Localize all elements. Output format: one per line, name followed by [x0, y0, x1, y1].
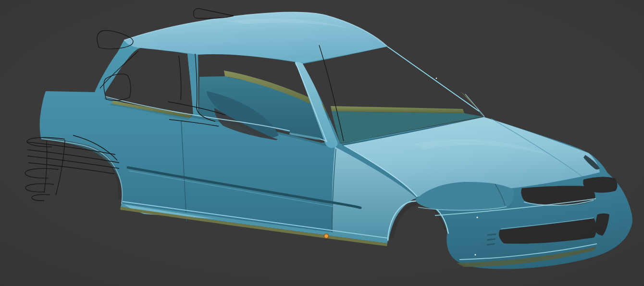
viewport-canvas[interactable] [0, 0, 644, 286]
viewport-vignette [0, 0, 644, 286]
viewport[interactable] [0, 0, 644, 286]
